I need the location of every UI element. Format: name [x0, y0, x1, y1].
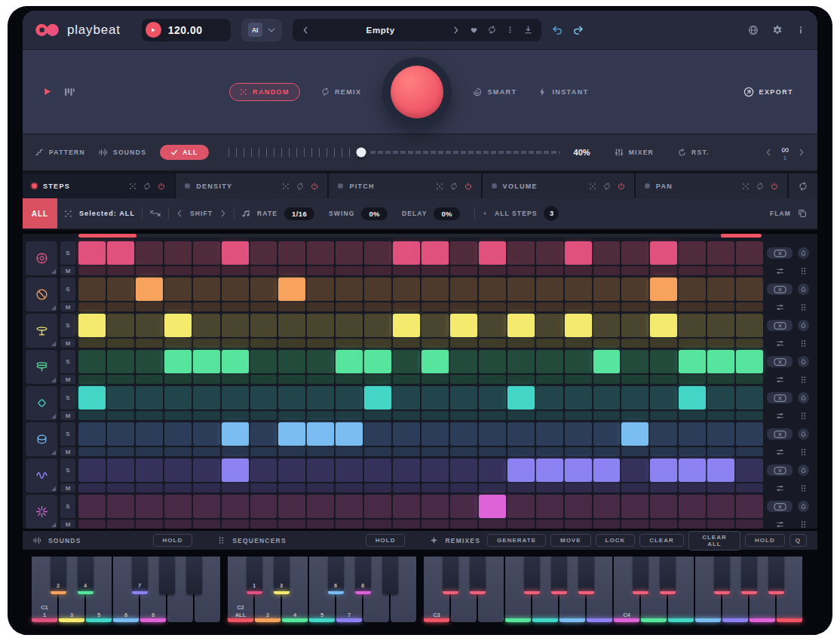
solo-button[interactable]: S — [60, 278, 75, 301]
dice-icon[interactable] — [64, 210, 72, 218]
step-3-8[interactable] — [278, 314, 305, 337]
black-key[interactable]: 8 — [355, 557, 371, 594]
substep-3-3[interactable] — [136, 339, 163, 348]
step-7-5[interactable] — [193, 459, 220, 482]
humanize-button[interactable] — [798, 501, 809, 512]
step-7-7[interactable] — [250, 459, 277, 482]
step-1-6[interactable] — [222, 241, 249, 265]
step-7-10[interactable] — [336, 459, 363, 482]
step-3-5[interactable] — [193, 314, 220, 337]
step-3-14[interactable] — [450, 314, 477, 337]
substep-8-15[interactable] — [479, 520, 506, 529]
humanize-button[interactable] — [798, 320, 809, 331]
step-7-3[interactable] — [136, 459, 163, 482]
step-3-19[interactable] — [593, 314, 621, 337]
humanize-button[interactable] — [798, 392, 809, 403]
substep-5-23[interactable] — [707, 411, 734, 420]
black-key[interactable] — [159, 557, 175, 594]
substep-3-5[interactable] — [193, 339, 220, 348]
track-mixer-button[interactable] — [776, 484, 784, 492]
step-7-23[interactable] — [707, 459, 734, 482]
step-7-13[interactable] — [422, 459, 449, 482]
step-1-1[interactable] — [78, 241, 106, 265]
step-3-23[interactable] — [707, 314, 734, 337]
substep-4-12[interactable] — [393, 375, 420, 384]
browser-icon[interactable] — [748, 25, 759, 35]
step-1-12[interactable] — [393, 241, 420, 265]
step-3-4[interactable] — [164, 314, 192, 337]
step-4-19[interactable] — [593, 350, 621, 373]
step-6-2[interactable] — [107, 422, 134, 446]
step-3-10[interactable] — [336, 314, 363, 337]
track-mixer-button[interactable] — [776, 412, 784, 420]
step-6-4[interactable] — [164, 422, 192, 446]
substep-3-12[interactable] — [393, 339, 420, 348]
substep-6-10[interactable] — [336, 447, 363, 456]
step-2-9[interactable] — [307, 278, 334, 301]
substep-7-16[interactable] — [507, 483, 535, 492]
step-5-21[interactable] — [650, 386, 677, 409]
substep-6-17[interactable] — [536, 447, 563, 456]
substep-6-9[interactable] — [307, 447, 334, 456]
substep-8-2[interactable] — [107, 520, 134, 529]
step-6-6[interactable] — [222, 422, 249, 446]
track-select-shaker[interactable] — [26, 386, 57, 420]
substep-6-7[interactable] — [250, 447, 277, 456]
substep-3-17[interactable] — [536, 339, 563, 348]
substep-2-20[interactable] — [621, 302, 648, 311]
substep-3-9[interactable] — [307, 339, 334, 348]
substep-1-8[interactable] — [278, 266, 305, 275]
substep-4-18[interactable] — [565, 375, 592, 384]
substep-2-16[interactable] — [507, 302, 535, 311]
substep-4-2[interactable] — [107, 375, 134, 384]
step-8-5[interactable] — [193, 495, 220, 518]
mute-button[interactable]: M — [60, 339, 75, 348]
step-2-5[interactable] — [193, 278, 220, 301]
track-mixer-button[interactable] — [776, 339, 784, 348]
substep-1-16[interactable] — [507, 266, 535, 275]
mute-button[interactable]: M — [60, 483, 75, 492]
loop-segment-1[interactable] — [78, 234, 136, 238]
step-4-3[interactable] — [136, 350, 163, 373]
step-5-19[interactable] — [593, 386, 621, 409]
step-1-3[interactable] — [136, 241, 163, 265]
track-select-hihat-open[interactable] — [26, 350, 57, 384]
step-3-9[interactable] — [307, 314, 334, 337]
step-2-7[interactable] — [250, 278, 277, 301]
step-8-3[interactable] — [136, 495, 163, 518]
substep-3-23[interactable] — [707, 339, 734, 348]
black-key[interactable]: 4 — [78, 557, 94, 594]
substep-1-15[interactable] — [479, 266, 506, 275]
step-6-16[interactable] — [507, 422, 535, 446]
step-4-10[interactable] — [336, 350, 363, 373]
remix-lock-button[interactable]: LOCK — [596, 534, 636, 547]
substep-7-11[interactable] — [364, 483, 391, 492]
step-7-1[interactable] — [78, 459, 106, 482]
black-key[interactable] — [660, 557, 676, 594]
delay-value[interactable]: 0% — [434, 207, 460, 220]
substep-1-5[interactable] — [193, 266, 220, 275]
substep-2-18[interactable] — [565, 302, 592, 311]
step-2-18[interactable] — [565, 278, 592, 301]
drag-handle[interactable] — [799, 412, 808, 420]
sounds-view-button[interactable]: SOUNDS — [99, 148, 146, 157]
loop-segment-2[interactable] — [721, 234, 762, 238]
step-1-24[interactable] — [736, 241, 763, 265]
substep-5-19[interactable] — [593, 411, 621, 420]
mute-button[interactable]: M — [60, 411, 75, 420]
randomness-slider[interactable] — [228, 144, 560, 161]
step-5-13[interactable] — [422, 386, 449, 409]
step-5-14[interactable] — [450, 386, 477, 409]
mute-button[interactable]: M — [60, 520, 75, 529]
step-8-20[interactable] — [621, 495, 648, 518]
track-mixer-button[interactable] — [776, 376, 784, 384]
step-1-7[interactable] — [250, 241, 277, 265]
track-select-snare[interactable] — [26, 278, 57, 311]
substep-6-8[interactable] — [278, 447, 305, 456]
step-5-16[interactable] — [507, 386, 535, 409]
substep-5-8[interactable] — [278, 411, 305, 420]
step-1-15[interactable] — [479, 241, 506, 265]
substep-7-6[interactable] — [222, 483, 249, 492]
substep-4-8[interactable] — [278, 375, 305, 384]
step-2-11[interactable] — [364, 278, 391, 301]
